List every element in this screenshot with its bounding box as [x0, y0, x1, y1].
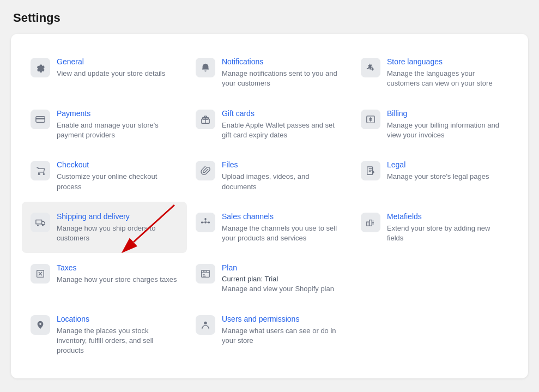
truck-icon: [31, 213, 50, 232]
setting-desc-plan: Manage and view your Shopify plan: [222, 284, 343, 294]
setting-desc-gift-cards: Enable Apple Wallet passes and set gift …: [222, 120, 343, 140]
setting-title-metafields: Metafields: [387, 212, 508, 221]
setting-item-payments[interactable]: PaymentsEnable and manage your store's p…: [22, 99, 187, 150]
setting-title-payments: Payments: [57, 108, 178, 118]
setting-item-billing[interactable]: BillingManage your billing information a…: [352, 99, 517, 150]
setting-item-users[interactable]: Users and permissionsManage what users c…: [187, 304, 352, 366]
setting-item-store-languages[interactable]: Store languagesManage the languages your…: [352, 47, 517, 99]
svg-point-7: [42, 225, 44, 226]
dollar-icon: [361, 110, 380, 129]
setting-desc-notifications: Manage notifications sent to you and you…: [222, 69, 343, 88]
bell-icon: [196, 58, 215, 77]
empty-cell: [352, 304, 517, 366]
setting-title-shipping: Shipping and delivery: [57, 212, 178, 221]
setting-item-files[interactable]: FilesUpload images, videos, and document…: [187, 150, 352, 202]
card-icon: [31, 110, 50, 129]
setting-item-notifications[interactable]: NotificationsManage notifications sent t…: [187, 47, 352, 99]
gift-icon: [196, 110, 215, 129]
setting-text-general: GeneralView and update your store detail…: [57, 57, 178, 79]
setting-title-legal: Legal: [387, 160, 508, 170]
svg-point-6: [37, 225, 39, 226]
setting-title-plan: Plan: [222, 263, 343, 273]
settings-card: GeneralView and update your store detail…: [11, 34, 528, 378]
setting-item-taxes[interactable]: TaxesManage how your store charges taxes: [22, 253, 187, 304]
setting-text-plan: PlanCurrent plan: TrialManage and view y…: [222, 263, 343, 294]
setting-item-checkout[interactable]: CheckoutCustomize your online checkout p…: [22, 150, 187, 202]
setting-text-notifications: NotificationsManage notifications sent t…: [222, 57, 343, 89]
svg-rect-1: [36, 118, 45, 119]
page-title: Settings: [11, 11, 528, 25]
setting-item-metafields[interactable]: MetafieldsExtend your store by adding ne…: [352, 202, 517, 254]
svg-rect-13: [370, 220, 372, 226]
svg-rect-12: [367, 222, 370, 226]
legal-icon: [361, 161, 380, 180]
setting-desc-taxes: Manage how your store charges taxes: [57, 275, 178, 285]
svg-point-11: [204, 218, 207, 220]
cart-icon: [31, 161, 50, 180]
setting-item-general[interactable]: GeneralView and update your store detail…: [22, 47, 187, 99]
setting-item-locations[interactable]: LocationsManage the places you stock inv…: [22, 304, 187, 366]
setting-desc-general: View and update your store details: [57, 69, 178, 79]
setting-desc-shipping: Manage how you ship orders to customers: [57, 224, 178, 243]
user-icon: [196, 315, 215, 335]
setting-item-sales-channels[interactable]: Sales channelsManage the channels you us…: [187, 202, 352, 254]
paperclip-icon: [196, 161, 215, 180]
plan-current-label: Current plan: Trial: [222, 275, 343, 283]
setting-text-metafields: MetafieldsExtend your store by adding ne…: [387, 212, 508, 244]
setting-title-taxes: Taxes: [57, 263, 178, 273]
setting-item-legal[interactable]: LegalManage your store's legal pages: [352, 150, 517, 202]
setting-text-store-languages: Store languagesManage the languages your…: [387, 57, 508, 89]
settings-wrapper: GeneralView and update your store detail…: [22, 47, 517, 365]
setting-text-users: Users and permissionsManage what users c…: [222, 314, 343, 346]
setting-desc-metafields: Extend your store by adding new fields: [387, 224, 508, 243]
setting-text-checkout: CheckoutCustomize your online checkout p…: [57, 160, 178, 192]
translate-icon: [361, 58, 380, 77]
setting-title-store-languages: Store languages: [387, 57, 508, 67]
setting-title-notifications: Notifications: [222, 57, 343, 67]
svg-point-8: [204, 221, 207, 224]
setting-title-sales-channels: Sales channels: [222, 212, 343, 221]
setting-title-files: Files: [222, 160, 343, 170]
svg-point-16: [204, 321, 207, 324]
setting-desc-legal: Manage your store's legal pages: [387, 172, 508, 182]
setting-text-locations: LocationsManage the places you stock inv…: [57, 314, 178, 356]
setting-title-locations: Locations: [57, 314, 178, 324]
setting-item-gift-cards[interactable]: Gift cardsEnable Apple Wallet passes and…: [187, 99, 352, 150]
plan-icon: [196, 264, 215, 284]
setting-desc-files: Upload images, videos, and documents: [222, 172, 343, 191]
setting-text-gift-cards: Gift cardsEnable Apple Wallet passes and…: [222, 108, 343, 141]
setting-desc-payments: Enable and manage your store's payment p…: [57, 120, 178, 140]
svg-point-10: [208, 221, 210, 224]
setting-desc-billing: Manage your billing information and view…: [387, 120, 508, 140]
setting-text-shipping: Shipping and deliveryManage how you ship…: [57, 212, 178, 244]
setting-title-billing: Billing: [387, 108, 508, 118]
setting-desc-locations: Manage the places you stock inventory, f…: [57, 326, 178, 356]
setting-text-payments: PaymentsEnable and manage your store's p…: [57, 108, 178, 141]
setting-item-shipping[interactable]: Shipping and deliveryManage how you ship…: [22, 202, 187, 254]
gear-icon: [31, 58, 50, 77]
setting-desc-store-languages: Manage the languages your customers can …: [387, 69, 508, 88]
meta-icon: [361, 213, 380, 232]
settings-grid: GeneralView and update your store detail…: [22, 47, 517, 365]
setting-title-users: Users and permissions: [222, 314, 343, 324]
setting-text-files: FilesUpload images, videos, and document…: [222, 160, 343, 192]
svg-rect-5: [367, 167, 373, 174]
svg-point-9: [201, 221, 203, 224]
setting-title-general: General: [57, 57, 178, 67]
setting-title-gift-cards: Gift cards: [222, 108, 343, 118]
setting-text-taxes: TaxesManage how your store charges taxes: [57, 263, 178, 285]
channels-icon: [196, 213, 215, 232]
location-icon: [31, 315, 50, 335]
setting-item-plan[interactable]: PlanCurrent plan: TrialManage and view y…: [187, 253, 352, 304]
taxes-icon: [31, 264, 50, 284]
setting-desc-users: Manage what users can see or do in your …: [222, 326, 343, 346]
setting-title-checkout: Checkout: [57, 160, 178, 170]
setting-desc-sales-channels: Manage the channels you use to sell your…: [222, 224, 343, 243]
empty-cell: [352, 253, 517, 304]
setting-text-legal: LegalManage your store's legal pages: [387, 160, 508, 182]
setting-desc-checkout: Customize your online checkout process: [57, 172, 178, 191]
setting-text-sales-channels: Sales channelsManage the channels you us…: [222, 212, 343, 244]
setting-text-billing: BillingManage your billing information a…: [387, 108, 508, 141]
